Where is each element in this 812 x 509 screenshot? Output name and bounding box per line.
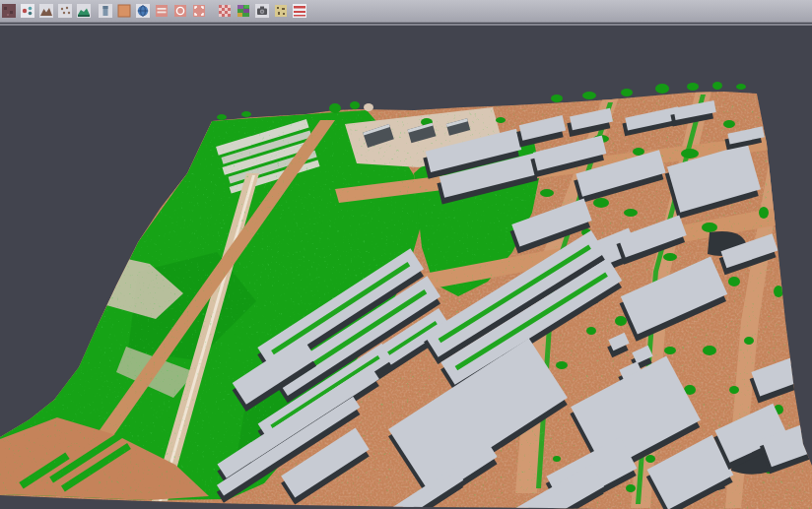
viewport-3d[interactable]: .b{fill:#c7cbd3}.s{fill:#30353a}.st{fill… [0,26,812,509]
horizon-hilltop [364,103,373,111]
flag-stripes-icon[interactable] [292,4,306,19]
globe-icon[interactable] [135,4,150,19]
profile-column-icon[interactable] [98,4,112,19]
point-cloud-tile-icon[interactable] [1,4,16,19]
point-pair-icon[interactable] [20,4,34,19]
terrain-brown-icon[interactable] [38,4,53,19]
camera-icon[interactable] [254,4,269,19]
extent-brackets-icon[interactable] [191,4,206,19]
terrain-green-icon[interactable] [76,4,91,19]
circle-select-icon[interactable] [172,4,187,19]
textured-tile-icon[interactable] [273,4,288,19]
striped-panel-icon[interactable] [154,4,169,19]
color-map-icon[interactable] [236,4,250,19]
terrain-scene: .b{fill:#c7cbd3}.s{fill:#30353a}.st{fill… [0,26,812,509]
sparse-points-icon[interactable] [57,4,72,19]
toolbar [0,0,812,23]
terrain-mesh [0,26,812,509]
ortho-tile-icon[interactable] [116,4,131,19]
grid-cells-icon[interactable] [217,4,232,19]
